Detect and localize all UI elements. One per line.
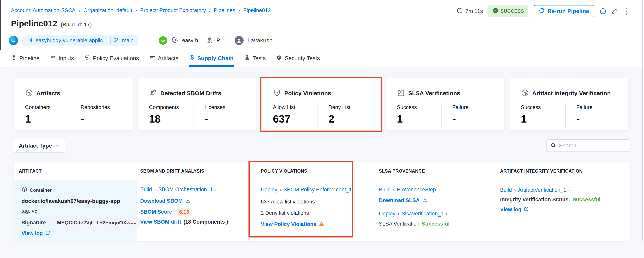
stage-link[interactable]: Deploy	[261, 187, 277, 193]
metric-label: Failure	[452, 104, 469, 110]
step-link[interactable]: ProvenanceStep	[397, 187, 436, 193]
ci-trigger-icon: ∞	[159, 36, 167, 45]
metric-label: Deny List	[328, 104, 350, 110]
shield-check-icon	[273, 89, 281, 98]
stage-link[interactable]: Build	[379, 187, 390, 193]
breadcrumb-organization[interactable]: Organization: default	[84, 8, 132, 14]
rerun-pipeline-button[interactable]: Re-run Pipeline	[534, 5, 594, 18]
trigger-pipeline-name[interactable]: easy-b...	[182, 38, 202, 44]
artifact-type-row: Container	[22, 186, 52, 194]
git-branch-icon	[114, 38, 119, 44]
integrity-status-row: Integrity Verification Status: Successfu…	[500, 197, 600, 203]
inputs-icon	[50, 55, 56, 62]
view-sbom-drift-link[interactable]: View SBOM drift	[140, 219, 181, 225]
tab-tests-label: Tests	[252, 55, 266, 62]
artifact-type-select[interactable]: Artifact Type	[14, 139, 65, 153]
info-icon[interactable]	[600, 8, 606, 14]
tab-pipeline-label: Pipeline	[19, 55, 40, 62]
more-options-icon[interactable]	[624, 7, 629, 16]
metric-value: 637	[273, 113, 318, 125]
breadcrumb-project[interactable]: Project: Product Exploratory	[140, 8, 206, 14]
download-slsa-link[interactable]: Download SLSA	[379, 198, 420, 204]
cube-icon	[22, 186, 27, 194]
metric-failure: Failure -	[566, 104, 592, 125]
stage-link[interactable]: Build	[500, 187, 512, 193]
tab-security-tests[interactable]: Security Tests	[276, 50, 320, 67]
step-link[interactable]: ArtifactVerification_1	[518, 187, 566, 193]
branch-name[interactable]: main	[122, 38, 134, 44]
artifact-type-value: Container	[30, 188, 52, 193]
supply-chain-icon	[189, 55, 195, 62]
breadcrumb-account[interactable]: Account: Automation-SSCA	[11, 8, 76, 14]
signature-label: Signature:	[22, 220, 48, 226]
warning-icon	[319, 221, 324, 228]
metric-value: -	[576, 113, 592, 125]
tab-pipeline[interactable]: Pipeline	[11, 50, 40, 67]
chevron-separator: ›	[438, 187, 440, 192]
execution-tabs-bar: Pipeline Inputs Policy Evaluations Artif…	[0, 50, 644, 67]
download-sbom-link[interactable]: Download SBOM	[140, 198, 183, 204]
security-shield-icon	[276, 55, 282, 62]
metric-success: Success 1	[397, 104, 442, 125]
metric-label: Failure	[576, 104, 592, 110]
metric-licenses: Licenses -	[194, 104, 226, 125]
chevron-down-icon	[55, 143, 60, 149]
breadcrumb-pipelines[interactable]: Pipelines	[214, 8, 236, 14]
card-divider	[442, 103, 442, 128]
chevron-separator: ›	[398, 211, 399, 216]
slsa-verification-breadcrumb: Deploy › SlsaVerification_1 ›	[379, 211, 448, 217]
rerun-pipeline-label: Re-run Pipeline	[548, 8, 589, 14]
download-sbom-row: Download SBOM	[140, 198, 190, 204]
signature-value-chip[interactable]: MEQCICde2Vjl...L+2+mqnOXw==	[54, 218, 140, 227]
step-link[interactable]: SlsaVerification_1	[402, 211, 444, 217]
integrity-status-label: Integrity Verification Status:	[500, 197, 570, 203]
trigger-short-name[interactable]: P.	[216, 38, 221, 44]
metric-allow-list: Allow List 637	[273, 104, 318, 125]
view-log-link[interactable]: View log	[500, 206, 522, 213]
view-policy-violations-link[interactable]: View Policy Violations	[261, 221, 316, 227]
tab-supply-chain[interactable]: Supply Chain	[189, 50, 234, 67]
search-input[interactable]	[559, 142, 626, 149]
view-sbom-drift-row: View SBOM drift (18 Components )	[140, 219, 228, 225]
stage-link[interactable]: Deploy	[379, 211, 395, 217]
metric-label: Repositories	[80, 104, 110, 110]
external-link-icon	[524, 206, 529, 213]
execution-actions: 7m 11s SUCCESS Re-run Pipeline	[457, 5, 629, 18]
card-title: Policy Violations	[284, 90, 331, 96]
slsa-provenance-breadcrumb: Build › ProvenanceStep ›	[379, 187, 440, 193]
metric-containers: Containers 1	[25, 104, 70, 125]
edit-pipeline-icon[interactable]	[612, 8, 618, 14]
tab-inputs[interactable]: Inputs	[50, 50, 74, 67]
sbom-score-link[interactable]: SBOM Score	[140, 209, 172, 215]
tab-tests[interactable]: Tests	[244, 50, 266, 67]
metric-value: 18	[149, 113, 194, 125]
repo-pill[interactable]: easybuggy-vulnerable-applic... main	[22, 35, 138, 46]
metric-label: Components	[149, 104, 194, 110]
metric-success: Success 1	[521, 104, 566, 125]
tab-artifacts[interactable]: Artifacts	[150, 50, 178, 67]
scrollbar[interactable]	[642, 0, 643, 241]
tab-policy-evaluations[interactable]: Policy Evaluations	[84, 50, 139, 67]
gear-icon	[171, 36, 178, 44]
step-link[interactable]: SBOM Orchestration_1	[158, 186, 213, 192]
view-log-link[interactable]: View log	[22, 230, 43, 236]
step-link[interactable]: SBOM Policy Enforcement_1	[284, 187, 352, 193]
card-title: Artifacts	[36, 90, 60, 96]
slsa-icon	[397, 89, 405, 98]
status-badge: SUCCESS	[488, 6, 528, 17]
chevron-separator: ›	[514, 188, 516, 193]
download-slsa-row: Download SLSA	[379, 197, 428, 204]
breadcrumb-separator: ›	[209, 8, 211, 14]
breadcrumb-pipeline012[interactable]: Pipeline012	[243, 8, 271, 14]
execution-duration: 7m 11s	[457, 8, 483, 15]
repo-name[interactable]: easybuggy-vulnerable-applic...	[36, 38, 107, 44]
download-icon	[185, 198, 190, 204]
card-policy-violations: Policy Violations Allow List 637 Deny Li…	[262, 78, 380, 130]
metric-label: Success	[397, 104, 442, 110]
metric-label: Allow List	[273, 104, 318, 110]
stage-link[interactable]: Build	[140, 186, 152, 192]
user-name: Lavakush	[248, 37, 272, 44]
artifacts-list-icon	[150, 55, 156, 62]
metric-value: 1	[521, 113, 566, 125]
card-divider	[318, 103, 318, 128]
